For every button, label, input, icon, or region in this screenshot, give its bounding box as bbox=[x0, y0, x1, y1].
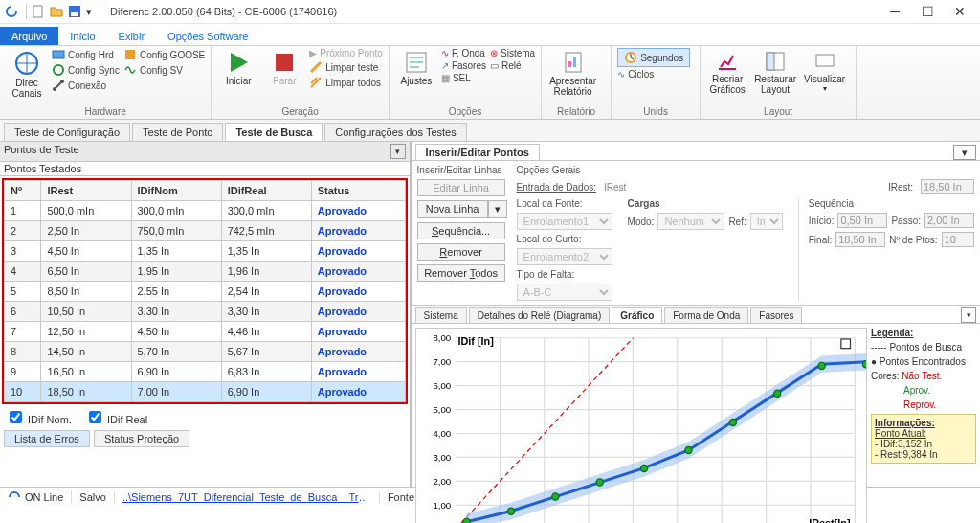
visualizar[interactable]: Visualizar▾ bbox=[802, 48, 847, 95]
close-button[interactable]: ✕ bbox=[944, 0, 976, 23]
table-row[interactable]: 22,50 In750,0 mIn742,5 mInAprovado bbox=[5, 221, 406, 241]
limpar-teste[interactable]: Limpar teste bbox=[309, 60, 383, 74]
remover-todos-button[interactable]: Remover Todos bbox=[417, 264, 505, 282]
f-onda[interactable]: ∿F. Onda bbox=[441, 48, 486, 58]
save-icon[interactable] bbox=[67, 4, 82, 19]
parar-button[interactable]: Parar bbox=[263, 48, 305, 88]
sel[interactable]: ▦SEL bbox=[441, 73, 486, 83]
gtab-detalhes[interactable]: Detalhes do Relé (Diagrama) bbox=[469, 307, 611, 323]
gtab-sistema[interactable]: Sistema bbox=[415, 307, 467, 323]
gtab-grafico[interactable]: Gráfico bbox=[612, 307, 662, 323]
legend-cores: Cores: Não Test. bbox=[871, 371, 976, 381]
svg-rect-9 bbox=[276, 54, 293, 71]
fasores[interactable]: ↗Fasores bbox=[441, 60, 486, 71]
direc-icon bbox=[13, 50, 40, 77]
svg-point-60 bbox=[596, 479, 603, 486]
table-row[interactable]: 1018,50 In7,00 In6,90 InAprovado bbox=[5, 382, 406, 402]
refresh-icon[interactable] bbox=[4, 4, 19, 19]
remover-button[interactable]: Remover bbox=[417, 243, 505, 261]
svg-point-62 bbox=[684, 446, 691, 453]
chk-idif-real[interactable]: IDif Real bbox=[85, 408, 147, 426]
menu-arquivo[interactable]: Arquivo bbox=[0, 27, 58, 45]
gtab-forma-onda[interactable]: Forma de Onda bbox=[664, 307, 748, 323]
right-panel-tab[interactable]: Inserir/Editar Pontos bbox=[415, 144, 540, 160]
col-idifnom[interactable]: IDifNom bbox=[131, 181, 221, 201]
local-fonte-label: Local da Fonte: bbox=[517, 198, 612, 209]
config-hrd[interactable]: Config Hrd bbox=[52, 48, 120, 61]
entrada-dados-label: Entrada de Dados: bbox=[517, 182, 596, 193]
tab-teste-config[interactable]: Teste de Configuração bbox=[4, 123, 130, 141]
table-row[interactable]: 916,50 In6,90 In6,83 InAprovado bbox=[5, 362, 406, 382]
open-folder-icon[interactable] bbox=[49, 4, 64, 19]
chk-idif-nom[interactable]: IDif Nom. bbox=[6, 408, 72, 426]
segundos-button[interactable]: Segundos bbox=[617, 48, 690, 67]
ajustes-button[interactable]: Ajustes bbox=[395, 48, 437, 88]
col-idifreal[interactable]: IDifReal bbox=[221, 181, 311, 201]
ciclos-button[interactable]: ∿Ciclos bbox=[617, 69, 690, 80]
sistema[interactable]: ⊗Sistema bbox=[490, 48, 535, 58]
nova-linha-dropdown[interactable]: ▾ bbox=[488, 200, 507, 218]
limpar-todos[interactable]: Limpar todos bbox=[309, 76, 383, 89]
menu-opcoes[interactable]: Opções Software bbox=[156, 27, 259, 45]
info-box: Informações: Ponto Atual: - IDif:3,152 I… bbox=[871, 414, 976, 464]
config-goose[interactable]: Config GOOSE bbox=[123, 48, 205, 61]
menu-exibir[interactable]: Exibir bbox=[107, 27, 157, 45]
table-row[interactable]: 34,50 In1,35 In1,35 InAprovado bbox=[5, 241, 406, 262]
sequencia-button[interactable]: Sequência... bbox=[417, 222, 505, 239]
gtab-fasores[interactable]: Fasores bbox=[750, 307, 802, 323]
rele[interactable]: ▭Relé bbox=[490, 60, 535, 71]
passo-input bbox=[924, 213, 974, 228]
chart-plot[interactable]: 0,001,002,003,004,005,006,007,008,002,00… bbox=[415, 328, 867, 523]
svg-point-64 bbox=[773, 390, 780, 397]
tab-teste-busca[interactable]: Teste de Busca bbox=[225, 123, 323, 141]
direc-canais-button[interactable]: Direc Canais bbox=[6, 48, 48, 101]
window-title: Diferenc 2.00.050 (64 Bits) - CE-6006 (1… bbox=[110, 6, 337, 17]
collapse-icon[interactable]: ▾ bbox=[953, 145, 976, 160]
nova-linha-button[interactable]: Nova Linha bbox=[417, 200, 488, 218]
menu-inicio[interactable]: Início bbox=[58, 27, 106, 45]
cargas-label: Cargas bbox=[628, 198, 783, 209]
maximize-button[interactable]: ☐ bbox=[911, 0, 944, 23]
svg-text:2,00: 2,00 bbox=[433, 476, 451, 487]
legend-title: Legenda: bbox=[871, 328, 976, 338]
group-layout: Layout bbox=[706, 106, 850, 117]
collapse-icon[interactable]: ▾ bbox=[390, 144, 406, 159]
config-sv[interactable]: Config SV bbox=[123, 63, 205, 77]
svg-text:8,00: 8,00 bbox=[433, 332, 451, 343]
iniciar-button[interactable]: Iniciar bbox=[217, 48, 259, 88]
table-row[interactable]: 712,50 In4,50 In4,46 InAprovado bbox=[5, 322, 406, 342]
table-row[interactable]: 58,50 In2,55 In2,54 InAprovado bbox=[5, 282, 406, 302]
editar-linha-button: EEditar Linhaditar Linha bbox=[417, 179, 505, 196]
table-row[interactable]: 46,50 In1,95 In1,96 InAprovado bbox=[5, 262, 406, 282]
new-file-icon[interactable] bbox=[31, 4, 46, 19]
config-sync[interactable]: Config Sync bbox=[52, 63, 120, 77]
legend-busca: ----- Pontos de Busca bbox=[871, 342, 976, 352]
col-irest[interactable]: IRest bbox=[41, 181, 131, 201]
group-hardware: Hardware bbox=[6, 106, 205, 117]
group-geracao: Geração bbox=[217, 106, 383, 117]
conexao[interactable]: Conexão bbox=[52, 79, 120, 92]
status-path[interactable]: ..\Siemens_7UT_Diferencial_Teste_de_Busc… bbox=[115, 491, 380, 503]
col-status[interactable]: Status bbox=[311, 181, 405, 201]
apresentar-relatorio[interactable]: Apresentar Relatório bbox=[547, 48, 598, 99]
table-row[interactable]: 1500,0 mIn300,0 mIn300,0 mInAprovado bbox=[5, 201, 406, 221]
dropdown-icon[interactable]: ▾ bbox=[85, 4, 93, 19]
svg-rect-16 bbox=[767, 53, 774, 70]
tab-teste-ponto[interactable]: Teste de Ponto bbox=[132, 123, 223, 141]
proximo-ponto[interactable]: ▶Próximo Ponto bbox=[309, 48, 383, 58]
group-unids: Unids bbox=[617, 106, 694, 117]
tab-status-protecao[interactable]: Status Proteção bbox=[94, 430, 189, 447]
tab-lista-erros[interactable]: Lista de Erros bbox=[4, 430, 90, 447]
svg-point-59 bbox=[551, 493, 558, 500]
table-row[interactable]: 814,50 In5,70 In5,67 InAprovado bbox=[5, 342, 406, 362]
recriar-graficos[interactable]: Recriar Gráficos bbox=[706, 48, 748, 97]
nptos-input bbox=[942, 232, 974, 247]
tab-config-testes[interactable]: Configurações dos Testes bbox=[324, 123, 466, 141]
restaurar-layout[interactable]: Restaurar Layout bbox=[752, 48, 798, 97]
table-row[interactable]: 610,50 In3,30 In3,30 InAprovado bbox=[5, 302, 406, 322]
collapse-icon[interactable]: ▾ bbox=[961, 307, 976, 323]
col-no[interactable]: Nº bbox=[5, 181, 41, 201]
svg-rect-13 bbox=[573, 57, 576, 67]
minimize-button[interactable]: ─ bbox=[879, 0, 911, 23]
status-online[interactable]: ON Line bbox=[0, 490, 72, 504]
